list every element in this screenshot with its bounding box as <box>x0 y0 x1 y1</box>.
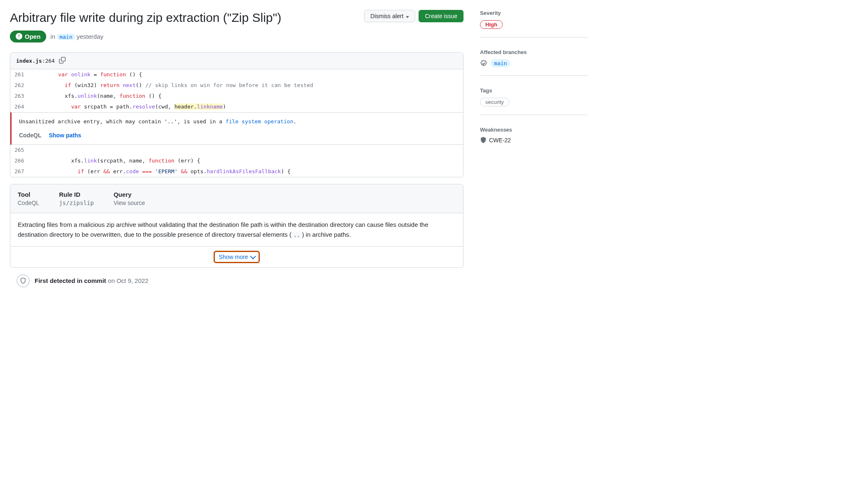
alert-description: Extracting files from a malicious zip ar… <box>10 213 463 246</box>
meta-value: CodeQL <box>18 200 39 206</box>
line-number: 265 <box>10 145 28 155</box>
status-branch[interactable]: main <box>57 34 75 40</box>
status-badge: Open <box>10 31 46 42</box>
status-row: Open in main yesterday <box>10 31 463 42</box>
line-content: xfs.unlink(name, function () { <box>28 91 463 101</box>
meta-column: QueryView source <box>113 191 145 206</box>
status-time: yesterday <box>77 33 104 40</box>
line-number: 266 <box>10 155 28 166</box>
line-content: if (win32) return next() // skip links o… <box>28 80 463 91</box>
timeline-date: on Oct 9, 2022 <box>108 277 148 284</box>
verified-icon <box>480 60 487 67</box>
code-header: index.js:264 <box>10 53 463 69</box>
branch-name: main <box>491 59 510 67</box>
alert-tool-label: CodeQL <box>19 132 41 139</box>
meta-column: ToolCodeQL <box>18 191 39 206</box>
meta-value[interactable]: View source <box>113 200 145 206</box>
show-paths-link[interactable]: Show paths <box>49 132 81 139</box>
shield-icon <box>480 137 487 144</box>
code-line: 266 xfs.link(srcpath, name, function (er… <box>10 155 463 166</box>
alert-circle-icon <box>16 33 22 40</box>
caret-down-icon <box>405 13 409 19</box>
code-line: 267 if (err && err.code === 'EPERM' && o… <box>10 166 463 177</box>
line-number: 263 <box>10 91 28 101</box>
line-content: xfs.link(srcpath, name, function (err) { <box>28 155 463 166</box>
code-line-number: 264 <box>45 58 54 64</box>
meta-panel: ToolCodeQLRule IDjs/zipslipQueryView sou… <box>10 184 463 268</box>
meta-label: Query <box>113 191 145 198</box>
meta-label: Tool <box>18 191 39 198</box>
alert-link[interactable]: file system operation <box>226 118 293 125</box>
code-line: 265 <box>10 145 463 155</box>
line-number: 261 <box>10 69 28 80</box>
status-text: in main yesterday <box>50 33 103 40</box>
code-line: 263 xfs.unlink(name, function () { <box>10 91 463 101</box>
timeline-label: First detected in commit <box>35 277 106 284</box>
line-content <box>28 145 463 155</box>
line-number: 267 <box>10 166 28 177</box>
code-filename[interactable]: index.js <box>16 58 42 64</box>
timeline-item: First detected in commit on Oct 9, 2022 <box>10 271 463 287</box>
create-issue-button[interactable]: Create issue <box>419 10 463 22</box>
shield-icon <box>16 274 30 287</box>
tags-label: Tags <box>480 87 587 94</box>
tag-chip[interactable]: security <box>480 98 509 106</box>
code-line: 264 var srcpath = path.resolve(cwd, head… <box>10 101 463 112</box>
line-content: var onlink = function () { <box>28 69 463 80</box>
code-line: 262 if (win32) return next() // skip lin… <box>10 80 463 91</box>
alert-message: Unsanitized archive entry, which may con… <box>19 118 456 125</box>
severity-label: Severity <box>480 10 587 16</box>
meta-column: Rule IDjs/zipslip <box>59 191 94 206</box>
alert-title: Arbitrary file write during zip extracti… <box>10 10 281 26</box>
branch-item[interactable]: main <box>480 59 587 67</box>
meta-label: Rule ID <box>59 191 94 198</box>
affected-branches-label: Affected branches <box>480 49 587 55</box>
meta-value: js/zipslip <box>59 200 94 206</box>
status-state: Open <box>25 33 40 40</box>
severity-badge: High <box>480 20 503 29</box>
line-number: 264 <box>10 101 28 112</box>
copy-icon[interactable] <box>59 57 66 65</box>
line-number: 262 <box>10 80 28 91</box>
dismiss-alert-label: Dismiss alert <box>370 13 403 19</box>
line-content: var srcpath = path.resolve(cwd, header.l… <box>28 101 463 112</box>
show-more-button[interactable]: Show more <box>214 251 260 263</box>
weakness-item[interactable]: CWE-22 <box>480 137 587 144</box>
weaknesses-label: Weaknesses <box>480 127 587 133</box>
alert-block: Unsanitized archive entry, which may con… <box>10 112 463 145</box>
line-content: if (err && err.code === 'EPERM' && opts.… <box>28 166 463 177</box>
dismiss-alert-button[interactable]: Dismiss alert <box>364 10 415 22</box>
code-line: 261 var onlink = function () { <box>10 69 463 80</box>
code-panel: index.js:264 261 var onlink = function (… <box>10 52 463 177</box>
